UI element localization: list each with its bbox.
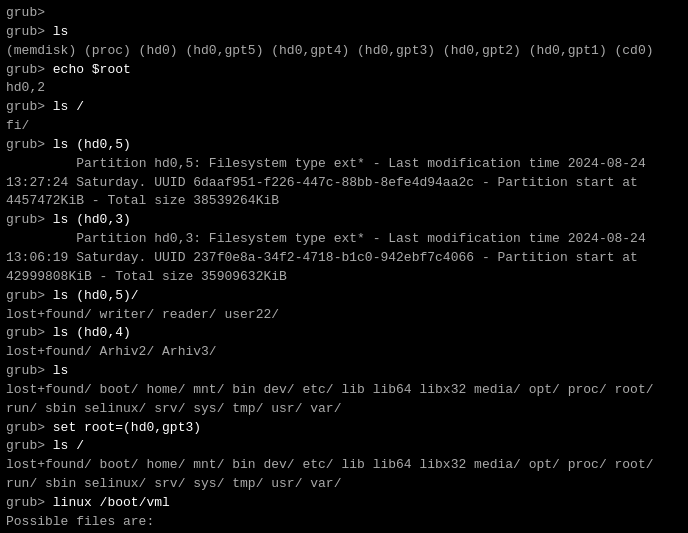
command: ls — [53, 24, 69, 39]
output-line: (memdisk) (proc) (hd0) (hd0,gpt5) (hd0,g… — [6, 43, 654, 58]
output-line: lost+found/ boot/ home/ mnt/ bin dev/ et… — [6, 382, 654, 416]
prompt: grub> — [6, 137, 53, 152]
command: ls / — [53, 438, 84, 453]
prompt: grub> — [6, 62, 53, 77]
output-line: fi/ — [6, 118, 29, 133]
prompt: grub> — [6, 325, 53, 340]
output-line: Partition hd0,5: Filesystem type ext* - … — [6, 156, 646, 209]
prompt: grub> — [6, 212, 53, 227]
output-line: Possible files are: — [6, 514, 154, 529]
prompt: grub> — [6, 24, 53, 39]
terminal-window: grub> grub> ls (memdisk) (proc) (hd0) (h… — [6, 4, 682, 533]
command: echo $root — [53, 62, 131, 77]
prompt: grub> — [6, 495, 53, 510]
command: ls (hd0,4) — [53, 325, 131, 340]
command: ls (hd0,3) — [53, 212, 131, 227]
output-line: grub> — [6, 5, 45, 20]
command: set root=(hd0,gpt3) — [53, 420, 201, 435]
command: ls (hd0,5)/ — [53, 288, 139, 303]
prompt: grub> — [6, 363, 53, 378]
prompt: grub> — [6, 420, 53, 435]
output-line: lost+found/ Arhiv2/ Arhiv3/ — [6, 344, 217, 359]
output-line: lost+found/ writer/ reader/ user22/ — [6, 307, 279, 322]
command: ls — [53, 363, 69, 378]
output-line: hd0,2 — [6, 80, 45, 95]
command: linux /boot/vml — [53, 495, 170, 510]
output-line: Partition hd0,3: Filesystem type ext* - … — [6, 231, 646, 284]
prompt: grub> — [6, 288, 53, 303]
output-line: lost+found/ boot/ home/ mnt/ bin dev/ et… — [6, 457, 654, 491]
prompt: grub> — [6, 99, 53, 114]
prompt: grub> — [6, 438, 53, 453]
command: ls / — [53, 99, 84, 114]
command: ls (hd0,5) — [53, 137, 131, 152]
